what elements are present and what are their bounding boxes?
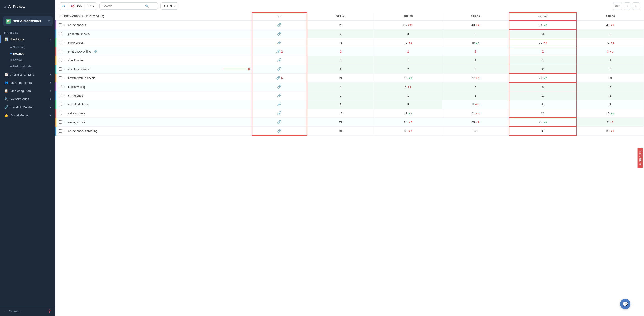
row-checkbox[interactable] — [58, 120, 62, 124]
url-link-icon[interactable]: 🔗 — [276, 49, 280, 53]
row-expand-btn[interactable]: › — [64, 102, 66, 106]
sidebar-item-detailed[interactable]: Detailed — [0, 50, 56, 57]
row-expand-btn[interactable]: › — [64, 111, 66, 115]
rank-value: 40 — [606, 23, 610, 27]
sidebar-item-summary[interactable]: Summary — [0, 44, 56, 50]
row-checkbox[interactable] — [58, 68, 62, 70]
url-cell[interactable]: 🔗 — [252, 100, 307, 109]
rank-value: 8 — [542, 103, 544, 106]
sidebar-item-rankings[interactable]: 📊 Rankings ▲ — [0, 35, 56, 43]
minimize-btn[interactable]: ← Minimize ❓ — [0, 306, 56, 316]
rank-change: ▼7 — [610, 121, 614, 124]
all-projects-nav[interactable]: ⌂ All Projects — [0, 0, 56, 13]
url-link-icon[interactable]: 🔗 — [277, 32, 282, 36]
search-box[interactable]: 🔍 — [99, 2, 158, 10]
row-expand-btn[interactable]: › — [64, 58, 66, 62]
url-link-icon[interactable]: 🔗 — [277, 85, 282, 88]
row-checkbox[interactable] — [58, 103, 62, 106]
sep04-cell: 4 — [307, 82, 374, 91]
url-link-icon[interactable]: 🔗 — [277, 129, 282, 133]
url-link-icon[interactable]: 🔗 — [277, 102, 282, 106]
url-cell[interactable]: 🔗 — [252, 118, 307, 126]
row-checkbox[interactable] — [58, 130, 62, 133]
keyword-cell: ›check writer — [56, 56, 252, 65]
social-label: Social Media — [10, 114, 28, 117]
url-link-icon[interactable]: 🔗 — [276, 76, 280, 80]
url-link-icon[interactable]: 🔗 — [277, 120, 282, 124]
row-checkbox[interactable] — [58, 76, 62, 80]
sep05-cell: 72 ▼1 — [374, 38, 442, 47]
view-dropdown[interactable]: ≡ List ▾ — [160, 2, 178, 10]
url-cell[interactable]: 🔗 — [252, 56, 307, 65]
url-link-icon[interactable]: 🔗 — [277, 23, 282, 27]
row-expand-btn[interactable]: › — [64, 76, 66, 80]
row-expand-btn[interactable]: › — [64, 129, 66, 133]
columns-btn[interactable]: ⊞ — [632, 2, 640, 10]
rank-value: 33 — [541, 129, 544, 133]
detailed-dot — [10, 53, 12, 54]
project-selector[interactable]: 📝 OnlineCheckWriter ▾ — [3, 16, 53, 26]
sidebar-item-overall[interactable]: Overall — [0, 57, 56, 63]
rank-change: ▲6 — [408, 77, 412, 80]
url-link-icon[interactable]: 🔗 — [277, 94, 282, 97]
url-cell[interactable]: 🔗2 — [252, 47, 307, 56]
row-expand-btn[interactable]: › — [64, 85, 66, 88]
rank-value: 8 — [610, 103, 611, 106]
row-expand-btn[interactable]: › — [64, 41, 66, 44]
url-cell[interactable]: 🔗 — [252, 109, 307, 118]
chat-button[interactable]: 💬 — [620, 299, 630, 309]
language-filter-btn[interactable]: EN ▾ — [85, 3, 97, 9]
sidebar-item-analytics[interactable]: 📈 Analytics & Traffic ▾ — [0, 70, 56, 78]
url-link-icon[interactable]: 🔗 — [277, 67, 282, 71]
country-filter-group[interactable]: G 🇺🇸 USA EN ▾ — [60, 2, 97, 10]
url-cell[interactable]: 🔗 — [252, 126, 307, 136]
row-checkbox[interactable] — [58, 112, 62, 115]
row-checkbox[interactable] — [58, 23, 62, 26]
row-checkbox[interactable] — [58, 41, 62, 44]
rate-us-badge[interactable]: RATE US ★ — [638, 148, 643, 168]
rank-value: 2 — [407, 68, 409, 71]
row-expand-btn[interactable]: › — [64, 67, 66, 71]
row-checkbox[interactable] — [58, 50, 62, 53]
select-all-checkbox[interactable] — [60, 15, 62, 18]
row-expand-btn[interactable]: › — [64, 94, 66, 97]
url-cell[interactable]: 🔗 — [252, 38, 307, 47]
sidebar-item-audit[interactable]: 🔍 Website Audit ▾ — [0, 95, 56, 103]
rank-value: 1 — [474, 94, 476, 97]
sidebar-item-social[interactable]: 👍 Social Media ▾ — [0, 111, 56, 119]
url-link-icon[interactable]: 🔗 — [277, 111, 282, 115]
url-cell[interactable]: 🔗6 — [252, 74, 307, 82]
row-checkbox[interactable] — [58, 59, 62, 62]
sidebar-item-competitors[interactable]: 👥 My Competitors ▾ — [0, 78, 56, 87]
row-checkbox[interactable] — [58, 94, 62, 97]
row-checkbox[interactable] — [58, 85, 62, 88]
row-checkbox[interactable] — [58, 32, 62, 35]
url-cell[interactable]: 🔗 — [252, 65, 307, 74]
rank-value: 72 — [404, 41, 407, 44]
sidebar-item-historical[interactable]: Historical Data — [0, 63, 56, 70]
row-expand-btn[interactable]: › — [64, 23, 66, 27]
rank-value: 5 — [542, 85, 544, 88]
url-cell[interactable]: 🔗 — [252, 20, 307, 30]
url-cell[interactable]: 🔗 — [252, 30, 307, 38]
sidebar-item-backlink[interactable]: 🔗 Backlink Monitor ▾ — [0, 103, 56, 111]
row-expand-btn[interactable]: › — [64, 50, 66, 53]
sep05-cell: 3 — [374, 30, 442, 38]
link-edit-icon[interactable]: 🔗 — [94, 50, 97, 53]
row-expand-btn[interactable]: › — [64, 32, 66, 36]
sidebar-item-marketing[interactable]: 📋 Marketing Plan ▾ — [0, 87, 56, 95]
url-cell[interactable]: 🔗 — [252, 91, 307, 100]
competitors-chevron-icon: ▾ — [50, 81, 51, 84]
url-link-icon[interactable]: 🔗 — [277, 58, 282, 62]
country-filter-btn[interactable]: 🇺🇸 USA — [68, 3, 85, 10]
search-input[interactable] — [103, 4, 144, 8]
rank-change: ▼5 — [408, 121, 412, 124]
url-link-icon[interactable]: 🔗 — [277, 40, 282, 44]
google-filter-btn[interactable]: G — [60, 3, 68, 10]
rank-value: 71 — [539, 41, 542, 44]
filter-btn[interactable]: ⫶ — [624, 2, 630, 10]
historical-dot — [10, 66, 12, 67]
row-expand-btn[interactable]: › — [64, 120, 66, 124]
url-cell[interactable]: 🔗 — [252, 82, 307, 91]
copy-btn[interactable]: ⧉ ▾ — [613, 2, 622, 10]
